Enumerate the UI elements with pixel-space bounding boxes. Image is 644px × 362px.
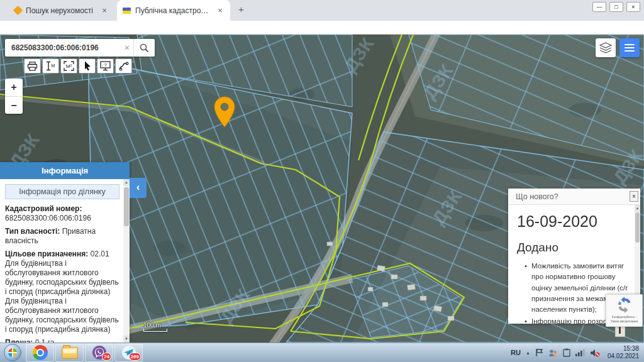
cadastral-search-box: × [5,39,155,57]
browser-navbar: ← → ↻ map.land.gov.ua/?cc=3016760.845094… [0,21,644,35]
recaptcha-icon [616,297,633,313]
minimize-button[interactable]: — [592,2,606,12]
map-toolbar: M M² ? [24,58,132,74]
whats-new-header: Що нового? × [508,189,640,205]
svg-text:M²: M² [66,63,72,69]
panel-collapse-button[interactable]: ‹ [130,178,147,198]
info-panel-title: Інформація [0,162,130,179]
svg-text:?: ? [104,62,107,68]
tray-time: 15:38 [608,345,639,353]
action-center-flag-icon[interactable] [535,348,543,357]
volume-muted-icon[interactable] [590,349,600,357]
print-button[interactable] [24,58,41,74]
measure-area-icon: M² [64,61,74,71]
chrome-icon [33,345,48,360]
info-panel-scrollbar[interactable]: ▲ ▼ [123,179,130,343]
measure-length-icon: M [46,61,55,71]
tab-close-icon[interactable]: × [100,6,109,14]
zoom-control: + − [5,79,23,114]
scroll-thumb[interactable] [635,212,640,243]
map-menu-button[interactable] [619,38,640,57]
taskbar-viber-button[interactable]: 74 [85,344,113,362]
field-cadastral-number: Кадастровий номер: 6825083300:06:006:019… [5,204,119,223]
parcel-info-section-header[interactable]: Інформація про ділянку [5,184,119,199]
field-purpose: Цільове призначення: 02.01 Для будівницт… [5,250,119,334]
search-icon [140,43,149,53]
cursor-icon [83,61,92,71]
realty-favicon-icon [13,6,23,16]
layers-button[interactable] [596,38,616,57]
recaptcha-badge[interactable]: Конфіденційність - Умови використання [606,294,643,327]
app-status-icon[interactable] [548,349,558,357]
zoom-out-button[interactable]: − [5,96,23,114]
search-input[interactable] [5,43,121,52]
search-clear-icon[interactable]: × [121,43,133,53]
location-marker-icon [213,96,236,128]
map-canvas[interactable]: ДЗК ДЗК ДЗК ДЗК ДЗК ДЗК × [0,35,644,343]
scroll-thumb[interactable] [124,187,129,226]
viber-badge: 74 [102,353,111,361]
desktop: { "browser": { "tab1": {"label": "Пошук … [0,0,644,362]
system-tray: RU ▲ 15:38 04.02.2021 [511,345,644,361]
news-date: 16-09-2020 [517,212,631,231]
windows-logo-icon [8,348,17,357]
help-screen-icon: ? [100,61,111,71]
new-tab-button[interactable]: + [238,4,244,14]
windows-taskbar: 74 299 RU ▲ 15:38 04.02.2021 [0,343,644,362]
scroll-up-icon[interactable]: ▲ [123,179,130,186]
scroll-up-icon[interactable]: ▲ [635,205,640,212]
info-panel: Інформація Інформація про ділянку Кадаст… [0,162,130,343]
start-button[interactable] [4,344,21,361]
scroll-down-icon[interactable]: ▼ [123,336,130,343]
taskbar-clock[interactable]: 15:38 04.02.2021 [608,345,639,361]
window-controls: — □ × [592,2,640,12]
zoom-in-button[interactable]: + [5,79,23,96]
search-button[interactable] [133,39,155,57]
menu-icon [625,44,635,45]
measure-area-button[interactable]: M² [60,58,77,74]
folder-icon [62,347,78,359]
route-button[interactable] [115,58,132,74]
tab-label: Публічна кадастрова карта Укр [135,6,211,15]
tab-label: Пошук нерухомості [26,6,96,15]
print-icon [27,62,38,71]
tab-close-icon[interactable]: × [216,6,225,14]
whats-new-title: Що нового? [516,192,558,201]
layers-icon [599,42,612,53]
field-ownership-type: Тип власності: Приватна власність [5,227,119,246]
map-scale: 100 m [143,322,167,332]
taskbar-chrome-button[interactable] [26,344,54,362]
tray-date: 04.02.2021 [608,353,639,361]
route-icon [118,61,129,71]
close-button[interactable]: × [626,2,640,12]
field-area: Площа: 0.1 га [5,338,119,343]
maximize-button[interactable]: □ [609,2,623,12]
cursor-button[interactable] [79,58,96,74]
tab-cadastral-map[interactable]: Публічна кадастрова карта Укр × [117,0,230,21]
language-indicator[interactable]: RU [511,349,521,356]
help-screen-button[interactable]: ? [97,58,114,74]
svg-text:M: M [52,63,55,68]
clipboard-icon[interactable] [563,348,570,357]
info-panel-body: Інформація про ділянку Кадастровий номер… [0,179,123,343]
whats-new-close-icon[interactable]: × [630,191,638,202]
measure-length-button[interactable]: M [42,58,59,74]
hidden-icons-chevron[interactable]: ▲ [526,351,530,355]
taskbar-explorer-button[interactable] [55,344,84,362]
news-heading: Додано [517,241,631,255]
telegram-badge: 299 [129,353,141,361]
browser-tab-bar: Пошук нерухомості × Публічна кадастрова … [0,0,644,21]
ukraine-flag-favicon-icon [123,8,131,14]
tab-search-realty[interactable]: Пошук нерухомості × [9,0,114,21]
taskbar-telegram-button[interactable]: 299 [114,344,143,362]
network-signal-icon[interactable] [575,349,585,356]
